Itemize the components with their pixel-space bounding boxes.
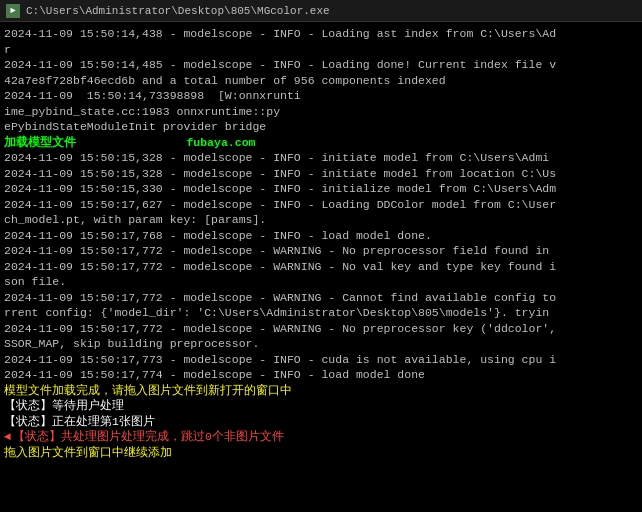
log-line: 2024-11-09 15:50:15,328 - modelscope - I… bbox=[4, 150, 638, 166]
log-line: ◄【状态】共处理图片处理完成，跳过0个非图片文件 bbox=[4, 429, 638, 445]
title-bar: ► C:\Users\Administrator\Desktop\805\MGc… bbox=[0, 0, 642, 22]
log-line: 2024-11-09 15:50:17,774 - modelscope - I… bbox=[4, 367, 638, 383]
title-path: C:\Users\Administrator\Desktop\805\MGcol… bbox=[26, 5, 330, 17]
log-line: 拖入图片文件到窗口中继续添加 bbox=[4, 445, 638, 461]
title-icon: ► bbox=[6, 4, 20, 18]
log-line: 模型文件加载完成，请拖入图片文件到新打开的窗口中 bbox=[4, 383, 638, 399]
log-line: 2024-11-09 15:50:17,772 - modelscope - W… bbox=[4, 259, 638, 275]
log-line: 2024-11-09 15:50:17,768 - modelscope - I… bbox=[4, 228, 638, 244]
console-output: 2024-11-09 15:50:14,438 - modelscope - I… bbox=[0, 22, 642, 512]
log-line: SSOR_MAP, skip building preprocessor. bbox=[4, 336, 638, 352]
log-line: ime_pybind_state.cc:1983 onnxruntime::py bbox=[4, 104, 638, 120]
log-line: 2024-11-09 15:50:14,73398898 [W:onnxrunt… bbox=[4, 88, 638, 104]
log-line: 2024-11-09 15:50:15,330 - modelscope - I… bbox=[4, 181, 638, 197]
arrow-indicator: ◄ bbox=[4, 429, 11, 445]
log-line: 2024-11-09 15:50:14,485 - modelscope - I… bbox=[4, 57, 638, 73]
log-line: 2024-11-09 15:50:17,772 - modelscope - W… bbox=[4, 290, 638, 306]
log-line: ch_model.pt, with param key: [params]. bbox=[4, 212, 638, 228]
log-line: 2024-11-09 15:50:17,772 - modelscope - W… bbox=[4, 321, 638, 337]
log-line: 2024-11-09 15:50:15,328 - modelscope - I… bbox=[4, 166, 638, 182]
log-line: 2024-11-09 15:50:17,773 - modelscope - I… bbox=[4, 352, 638, 368]
log-line: ePybindStateModuleInit provider bridge bbox=[4, 119, 638, 135]
log-line: 【状态】正在处理第1张图片 bbox=[4, 414, 638, 430]
log-line: 加载模型文件 fubaya.com bbox=[4, 135, 638, 151]
log-line: 42a7e8f728bf46ecd6b and a total number o… bbox=[4, 73, 638, 89]
log-line: 2024-11-09 15:50:17,772 - modelscope - W… bbox=[4, 243, 638, 259]
log-line: 【状态】等待用户处理 bbox=[4, 398, 638, 414]
log-line: son file. bbox=[4, 274, 638, 290]
log-line: r bbox=[4, 42, 638, 58]
log-line: 2024-11-09 15:50:17,627 - modelscope - I… bbox=[4, 197, 638, 213]
log-line: rrent config: {'model_dir': 'C:\Users\Ad… bbox=[4, 305, 638, 321]
log-line: 2024-11-09 15:50:14,438 - modelscope - I… bbox=[4, 26, 638, 42]
